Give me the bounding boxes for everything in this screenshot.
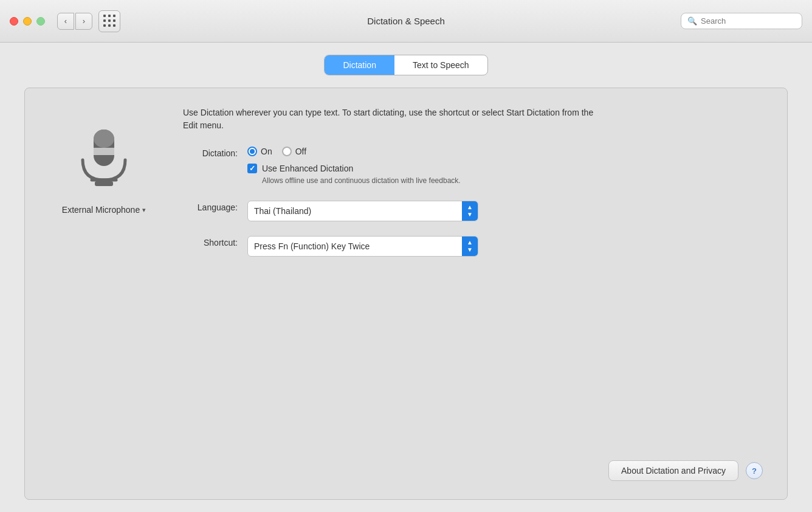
tab-bar: Dictation Text to Speech <box>324 55 487 75</box>
enhanced-checkbox-row[interactable]: ✓ Use Enhanced Dictation <box>247 164 461 173</box>
svg-rect-1 <box>94 130 114 148</box>
enhanced-checkbox[interactable]: ✓ <box>247 164 257 173</box>
search-input[interactable] <box>701 16 796 26</box>
microphone-icon <box>74 125 134 198</box>
dictation-radio-group: On Off <box>247 147 461 156</box>
maximize-button[interactable] <box>36 17 45 26</box>
chevron-down-icon: ▼ <box>467 212 473 218</box>
chevron-up-icon: ▲ <box>467 240 473 246</box>
description-text: Use Dictation wherever you can type text… <box>183 106 608 132</box>
privacy-button[interactable]: About Dictation and Privacy <box>608 460 738 481</box>
search-box[interactable]: 🔍 <box>681 13 802 29</box>
svg-rect-4 <box>95 181 113 186</box>
svg-rect-2 <box>94 148 114 155</box>
tab-text-to-speech[interactable]: Text to Speech <box>394 55 487 75</box>
dictation-row: Dictation: On Off <box>183 147 763 186</box>
panel-inner: External Microphone ▾ Use Dictation wher… <box>49 106 763 257</box>
language-select[interactable]: Thai (Thailand) ▲ ▼ <box>247 201 478 221</box>
minimize-button[interactable] <box>23 17 32 26</box>
settings-panel: External Microphone ▾ Use Dictation wher… <box>24 88 788 500</box>
microphone-label: External Microphone <box>62 205 140 215</box>
dictation-field-label: Dictation: <box>183 147 238 158</box>
shortcut-value: Press Fn (Function) Key Twice <box>248 238 462 255</box>
radio-off-option[interactable]: Off <box>282 147 306 156</box>
shortcut-row: Shortcut: Press Fn (Function) Key Twice … <box>183 236 763 257</box>
nav-buttons: ‹ › <box>57 13 92 30</box>
radio-on-button[interactable] <box>247 147 257 156</box>
microphone-selector[interactable]: External Microphone ▾ <box>62 205 146 215</box>
radio-on-label: On <box>261 147 272 156</box>
close-button[interactable] <box>10 17 18 26</box>
checkmark-icon: ✓ <box>249 164 255 173</box>
settings-section: Use Dictation wherever you can type text… <box>183 106 763 257</box>
search-icon: 🔍 <box>687 16 697 26</box>
radio-off-button[interactable] <box>282 147 292 156</box>
back-button[interactable]: ‹ <box>57 13 74 30</box>
window-title: Dictation & Speech <box>367 16 445 26</box>
radio-on-option[interactable]: On <box>247 147 272 156</box>
chevron-down-icon: ▾ <box>142 206 146 214</box>
forward-button[interactable]: › <box>75 13 92 30</box>
enhanced-section: ✓ Use Enhanced Dictation Allows offline … <box>247 164 461 186</box>
shortcut-select[interactable]: Press Fn (Function) Key Twice ▲ ▼ <box>247 236 478 257</box>
apps-grid-icon <box>103 15 116 27</box>
microphone-section: External Microphone ▾ <box>49 106 159 257</box>
main-content: Dictation Text to Speech <box>0 43 812 512</box>
enhanced-description: Allows offline use and continuous dictat… <box>262 176 461 186</box>
enhanced-label: Use Enhanced Dictation <box>262 164 353 173</box>
radio-off-label: Off <box>295 147 306 156</box>
titlebar: ‹ › Dictation & Speech 🔍 <box>0 0 812 43</box>
language-field-label: Language: <box>183 201 238 212</box>
traffic-lights <box>10 17 45 26</box>
tab-dictation[interactable]: Dictation <box>325 55 394 75</box>
help-button[interactable]: ? <box>746 462 763 479</box>
shortcut-select-arrows[interactable]: ▲ ▼ <box>462 237 478 256</box>
chevron-down-icon: ▼ <box>467 247 473 253</box>
shortcut-field-label: Shortcut: <box>183 236 238 247</box>
apps-button[interactable] <box>98 10 120 32</box>
bottom-section: About Dictation and Privacy ? <box>49 448 763 481</box>
language-row: Language: Thai (Thailand) ▲ ▼ <box>183 201 763 221</box>
language-value: Thai (Thailand) <box>248 202 462 220</box>
chevron-up-icon: ▲ <box>467 204 473 210</box>
language-select-arrows[interactable]: ▲ ▼ <box>462 201 478 221</box>
